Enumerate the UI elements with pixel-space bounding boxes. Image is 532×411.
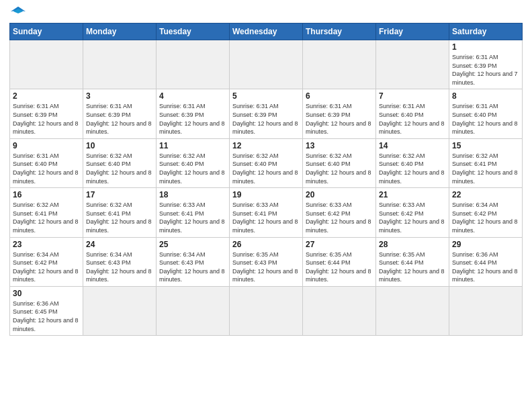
calendar-cell: 4Sunrise: 6:31 AM Sunset: 6:39 PM Daylig… [157,89,230,138]
calendar-cell: 17Sunrise: 6:32 AM Sunset: 6:41 PM Dayli… [83,188,157,237]
day-info: Sunrise: 6:32 AM Sunset: 6:40 PM Dayligh… [86,152,153,185]
calendar-cell: 16Sunrise: 6:32 AM Sunset: 6:41 PM Dayli… [10,188,83,237]
day-number: 8 [452,91,519,101]
day-number: 1 [452,42,519,52]
day-number: 3 [86,91,153,101]
calendar-cell [83,40,157,89]
day-info: Sunrise: 6:33 AM Sunset: 6:41 PM Dayligh… [159,201,226,234]
calendar-cell: 6Sunrise: 6:31 AM Sunset: 6:39 PM Daylig… [303,89,376,138]
day-info: Sunrise: 6:31 AM Sunset: 6:39 PM Dayligh… [86,102,153,136]
calendar-cell: 20Sunrise: 6:33 AM Sunset: 6:42 PM Dayli… [303,188,376,237]
calendar-cell: 7Sunrise: 6:31 AM Sunset: 6:40 PM Daylig… [376,89,449,138]
calendar-cell: 24Sunrise: 6:34 AM Sunset: 6:43 PM Dayli… [83,237,157,286]
logo-bird-icon [11,5,26,17]
day-info: Sunrise: 6:32 AM Sunset: 6:41 PM Dayligh… [452,152,519,185]
calendar-cell: 14Sunrise: 6:32 AM Sunset: 6:40 PM Dayli… [376,138,449,187]
calendar-cell: 2Sunrise: 6:31 AM Sunset: 6:39 PM Daylig… [10,89,83,138]
day-info: Sunrise: 6:35 AM Sunset: 6:44 PM Dayligh… [379,250,446,284]
calendar-cell: 11Sunrise: 6:32 AM Sunset: 6:40 PM Dayli… [157,138,230,187]
calendar-cell [303,40,376,89]
calendar-cell [10,40,83,89]
day-number: 7 [379,91,446,101]
calendar-cell [157,40,230,89]
day-info: Sunrise: 6:31 AM Sunset: 6:39 PM Dayligh… [232,102,300,136]
weekday-wednesday: Wednesday [230,24,303,40]
calendar-table: SundayMondayTuesdayWednesdayThursdayFrid… [9,23,523,336]
calendar-week-3: 16Sunrise: 6:32 AM Sunset: 6:41 PM Dayli… [10,188,523,237]
day-info: Sunrise: 6:32 AM Sunset: 6:40 PM Dayligh… [306,152,373,185]
calendar-cell: 9Sunrise: 6:31 AM Sunset: 6:40 PM Daylig… [10,138,83,187]
page: SundayMondayTuesdayWednesdayThursdayFrid… [0,0,532,411]
day-info: Sunrise: 6:31 AM Sunset: 6:39 PM Dayligh… [13,102,80,136]
day-info: Sunrise: 6:33 AM Sunset: 6:42 PM Dayligh… [306,201,373,234]
day-info: Sunrise: 6:32 AM Sunset: 6:40 PM Dayligh… [159,152,226,185]
weekday-saturday: Saturday [449,24,523,40]
day-info: Sunrise: 6:31 AM Sunset: 6:40 PM Dayligh… [13,152,80,185]
calendar-week-1: 2Sunrise: 6:31 AM Sunset: 6:39 PM Daylig… [10,89,523,138]
day-info: Sunrise: 6:31 AM Sunset: 6:39 PM Dayligh… [306,102,373,136]
day-info: Sunrise: 6:33 AM Sunset: 6:41 PM Dayligh… [232,201,300,234]
day-number: 21 [379,190,446,199]
day-number: 25 [159,240,226,249]
day-number: 24 [86,240,153,249]
day-info: Sunrise: 6:34 AM Sunset: 6:43 PM Dayligh… [86,250,153,284]
header [9,7,523,19]
calendar-cell: 1Sunrise: 6:31 AM Sunset: 6:39 PM Daylig… [449,40,523,89]
weekday-friday: Friday [376,24,449,40]
calendar-week-0: 1Sunrise: 6:31 AM Sunset: 6:39 PM Daylig… [10,40,523,89]
weekday-tuesday: Tuesday [157,24,230,40]
calendar-cell: 12Sunrise: 6:32 AM Sunset: 6:40 PM Dayli… [230,138,303,187]
day-info: Sunrise: 6:35 AM Sunset: 6:44 PM Dayligh… [306,250,373,284]
calendar-cell [230,40,303,89]
day-info: Sunrise: 6:31 AM Sunset: 6:39 PM Dayligh… [159,102,226,136]
calendar-cell [303,286,376,335]
calendar-cell: 15Sunrise: 6:32 AM Sunset: 6:41 PM Dayli… [449,138,523,187]
calendar-cell: 3Sunrise: 6:31 AM Sunset: 6:39 PM Daylig… [83,89,157,138]
day-number: 16 [13,190,80,199]
weekday-header-row: SundayMondayTuesdayWednesdayThursdayFrid… [10,24,523,40]
calendar-cell: 22Sunrise: 6:34 AM Sunset: 6:42 PM Dayli… [449,188,523,237]
day-number: 6 [306,91,373,101]
day-number: 27 [306,240,373,249]
day-number: 19 [232,190,300,199]
calendar-cell: 19Sunrise: 6:33 AM Sunset: 6:41 PM Dayli… [230,188,303,237]
weekday-thursday: Thursday [303,24,376,40]
weekday-sunday: Sunday [10,24,83,40]
calendar-week-2: 9Sunrise: 6:31 AM Sunset: 6:40 PM Daylig… [10,138,523,187]
calendar-cell: 23Sunrise: 6:34 AM Sunset: 6:42 PM Dayli… [10,237,83,286]
day-number: 29 [452,240,519,249]
day-number: 10 [86,141,153,150]
day-number: 18 [159,190,226,199]
day-number: 14 [379,141,446,150]
calendar-cell [376,40,449,89]
calendar-cell: 29Sunrise: 6:36 AM Sunset: 6:44 PM Dayli… [449,237,523,286]
calendar-week-5: 30Sunrise: 6:36 AM Sunset: 6:45 PM Dayli… [10,286,523,335]
calendar-cell [157,286,230,335]
calendar-cell: 21Sunrise: 6:33 AM Sunset: 6:42 PM Dayli… [376,188,449,237]
calendar-week-4: 23Sunrise: 6:34 AM Sunset: 6:42 PM Dayli… [10,237,523,286]
day-info: Sunrise: 6:31 AM Sunset: 6:40 PM Dayligh… [379,102,446,136]
day-number: 22 [452,190,519,199]
day-info: Sunrise: 6:32 AM Sunset: 6:40 PM Dayligh… [232,152,300,185]
calendar-cell: 10Sunrise: 6:32 AM Sunset: 6:40 PM Dayli… [83,138,157,187]
calendar-cell: 13Sunrise: 6:32 AM Sunset: 6:40 PM Dayli… [303,138,376,187]
day-number: 26 [232,240,300,249]
day-info: Sunrise: 6:33 AM Sunset: 6:42 PM Dayligh… [379,201,446,234]
day-number: 11 [159,141,226,150]
calendar-cell [449,286,523,335]
day-info: Sunrise: 6:35 AM Sunset: 6:43 PM Dayligh… [232,250,300,284]
day-number: 12 [232,141,300,150]
day-info: Sunrise: 6:34 AM Sunset: 6:42 PM Dayligh… [452,201,519,234]
weekday-monday: Monday [83,24,157,40]
calendar-cell: 18Sunrise: 6:33 AM Sunset: 6:41 PM Dayli… [157,188,230,237]
calendar-cell [83,286,157,335]
day-number: 2 [13,91,80,101]
day-number: 15 [452,141,519,150]
day-number: 23 [13,240,80,249]
calendar-cell [376,286,449,335]
calendar-cell: 25Sunrise: 6:34 AM Sunset: 6:43 PM Dayli… [157,237,230,286]
logo [9,7,26,19]
calendar-cell [230,286,303,335]
day-number: 5 [232,91,300,101]
day-info: Sunrise: 6:31 AM Sunset: 6:39 PM Dayligh… [452,53,519,87]
